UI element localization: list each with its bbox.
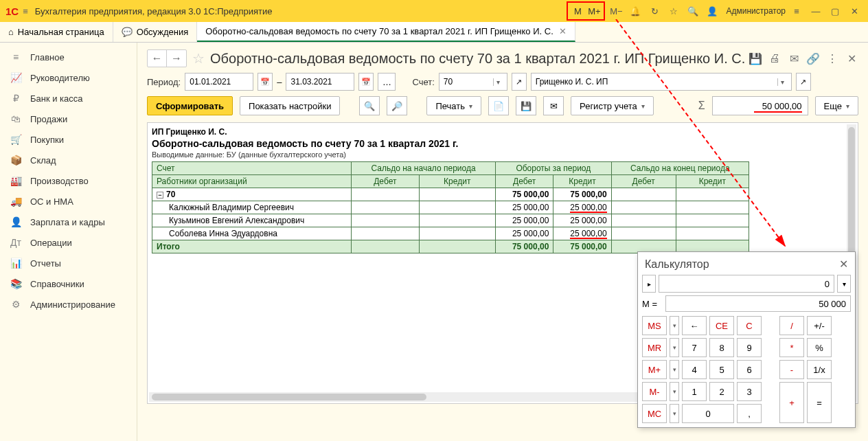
calc-6-button[interactable]: 6	[737, 360, 762, 379]
bell-icon[interactable]: 🔔	[627, 3, 643, 19]
history-icon[interactable]: ↻	[646, 3, 663, 19]
calc-sub-button[interactable]: -	[779, 360, 804, 379]
calc-plus-button[interactable]: +	[779, 382, 804, 423]
register-button[interactable]: Регистр учета▾	[571, 96, 654, 115]
account-open-icon[interactable]: ↗	[512, 73, 527, 91]
sidebar-item-salary[interactable]: 👤Зарплата и кадры	[0, 212, 137, 232]
user-icon[interactable]: 👤	[704, 3, 720, 19]
calc-back-button[interactable]: ←	[682, 316, 707, 335]
print-button[interactable]: Печать▾	[426, 96, 481, 115]
calc-9-button[interactable]: 9	[737, 338, 762, 357]
calc-ms-button[interactable]: MS	[642, 316, 667, 335]
calc-mminus-button[interactable]: M-	[642, 382, 667, 401]
back-arrow-icon[interactable]: ←	[148, 50, 167, 67]
calc-ms-drop[interactable]: ▾	[670, 316, 679, 335]
calc-mc-button[interactable]: MC	[642, 404, 667, 423]
calc-pct-button[interactable]: %	[807, 338, 832, 357]
sidebar-item-sales[interactable]: 🛍Продажи	[0, 109, 137, 129]
calculator-close-icon[interactable]: ✕	[839, 258, 848, 271]
calc-pm-button[interactable]: +/-	[807, 316, 832, 335]
menu-icon[interactable]: ≡	[23, 6, 28, 16]
calc-3-button[interactable]: 3	[737, 382, 762, 401]
find-prev-icon[interactable]: 🔎	[387, 96, 407, 115]
calc-dot-button[interactable]: ,	[737, 404, 762, 423]
calc-div-button[interactable]: /	[779, 316, 804, 335]
more-button[interactable]: Еще▾	[815, 96, 858, 115]
org-input[interactable]: Грищенко И. С. ИП▾	[531, 73, 792, 91]
chevron-down-icon[interactable]: ▾	[777, 78, 787, 86]
sidebar-item-main[interactable]: ≡Главное	[0, 47, 137, 67]
sidebar-item-manager[interactable]: 📈Руководителю	[0, 67, 137, 88]
m-icon[interactable]: M	[569, 3, 586, 19]
calc-eq-button[interactable]: =	[807, 382, 832, 423]
sidebar-item-ref[interactable]: 📚Справочники	[0, 273, 137, 294]
date-from-input[interactable]: 01.01.2021	[185, 73, 253, 91]
print-icon[interactable]: 🖨	[768, 52, 781, 65]
sidebar-item-stock[interactable]: 📦Склад	[0, 150, 137, 170]
calc-4-button[interactable]: 4	[682, 360, 707, 379]
calc-mplus-drop[interactable]: ▾	[670, 360, 679, 379]
tab-home[interactable]: ⌂ Начальная страница	[0, 22, 113, 42]
show-settings-button[interactable]: Показать настройки	[240, 96, 340, 115]
chevron-down-icon[interactable]: ▾	[493, 78, 503, 86]
calendar-icon[interactable]: 📅	[358, 73, 374, 91]
calc-5-button[interactable]: 5	[709, 360, 734, 379]
calc-mul-button[interactable]: *	[779, 338, 804, 357]
calc-mplus-button[interactable]: M+	[642, 360, 667, 379]
sidebar-item-purchase[interactable]: 🛒Покупки	[0, 129, 137, 150]
close-icon[interactable]: ✕	[846, 3, 863, 19]
export-icon[interactable]: 📄	[488, 96, 509, 115]
forward-arrow-icon[interactable]: →	[167, 50, 186, 67]
save-icon[interactable]: 💾	[749, 52, 762, 65]
star-icon[interactable]: ☆	[665, 3, 682, 19]
sum-field[interactable]: 50 000,00	[712, 96, 808, 115]
date-to-input[interactable]: 31.03.2021	[286, 73, 354, 91]
calc-mminus-drop[interactable]: ▾	[670, 382, 679, 401]
disk-icon[interactable]: 💾	[516, 96, 536, 115]
link-icon[interactable]: 🔗	[806, 52, 820, 65]
calc-7-button[interactable]: 7	[682, 338, 707, 357]
org-open-icon[interactable]: ↗	[796, 73, 811, 91]
collapse-icon[interactable]: −	[157, 192, 163, 199]
m-minus-icon[interactable]: M−	[608, 3, 624, 19]
minimize-icon[interactable]: —	[808, 3, 824, 19]
maximize-icon[interactable]: ▢	[827, 3, 843, 19]
account-input[interactable]: 70▾	[439, 73, 507, 91]
calc-inv-button[interactable]: 1/x	[807, 360, 832, 379]
table-row[interactable]: Кузьминов Евгений Александрович 25 000,0…	[152, 214, 749, 227]
m-plus-icon[interactable]: M+	[586, 3, 602, 19]
calendar-icon[interactable]: 📅	[258, 73, 273, 91]
period-select-icon[interactable]: …	[378, 73, 396, 91]
search-icon[interactable]: 🔍	[685, 3, 701, 19]
calc-dropdown-icon[interactable]: ▾	[837, 275, 851, 293]
sidebar-item-admin[interactable]: ⚙Администрирование	[0, 294, 137, 315]
calc-1-button[interactable]: 1	[682, 382, 707, 401]
favorite-star-icon[interactable]: ☆	[192, 50, 205, 67]
close-page-icon[interactable]: ✕	[845, 52, 858, 65]
sidebar-item-reports[interactable]: 📊Отчеты	[0, 253, 137, 273]
calc-ce-button[interactable]: CE	[709, 316, 734, 335]
calc-mc-drop[interactable]: ▾	[670, 404, 679, 423]
sidebar-item-assets[interactable]: 🚚ОС и НМА	[0, 191, 137, 212]
admin-label[interactable]: Администратор	[726, 6, 786, 16]
sidebar-item-production[interactable]: 🏭Производство	[0, 170, 137, 191]
mail2-icon[interactable]: ✉	[543, 96, 564, 115]
find-icon[interactable]: 🔍	[359, 96, 380, 115]
calc-0-button[interactable]: 0	[682, 404, 734, 423]
form-button[interactable]: Сформировать	[147, 96, 233, 115]
tab-active[interactable]: Оборотно-сальдовая ведомость по счету 70…	[197, 22, 575, 42]
tab-close-icon[interactable]: ✕	[559, 26, 567, 36]
calc-history-icon[interactable]: ▸	[642, 275, 656, 293]
calc-mr-button[interactable]: MR	[642, 338, 667, 357]
mail-icon[interactable]: ✉	[787, 52, 801, 65]
settings-icon[interactable]: ≡	[788, 3, 805, 19]
table-row[interactable]: Калюжный Владимир Сергеевич 25 000,00 25…	[152, 201, 749, 214]
calculator-display[interactable]: 0	[659, 275, 834, 293]
sidebar-item-bank[interactable]: ₽Банк и касса	[0, 88, 137, 109]
calc-mr-drop[interactable]: ▾	[670, 338, 679, 357]
calc-2-button[interactable]: 2	[709, 382, 734, 401]
table-row[interactable]: −70 75 000,00 75 000,00	[152, 188, 749, 201]
kebab-icon[interactable]: ⋮	[825, 52, 839, 65]
tab-discuss[interactable]: 💬 Обсуждения	[113, 22, 198, 42]
sidebar-item-operations[interactable]: ДтОперации	[0, 232, 137, 253]
